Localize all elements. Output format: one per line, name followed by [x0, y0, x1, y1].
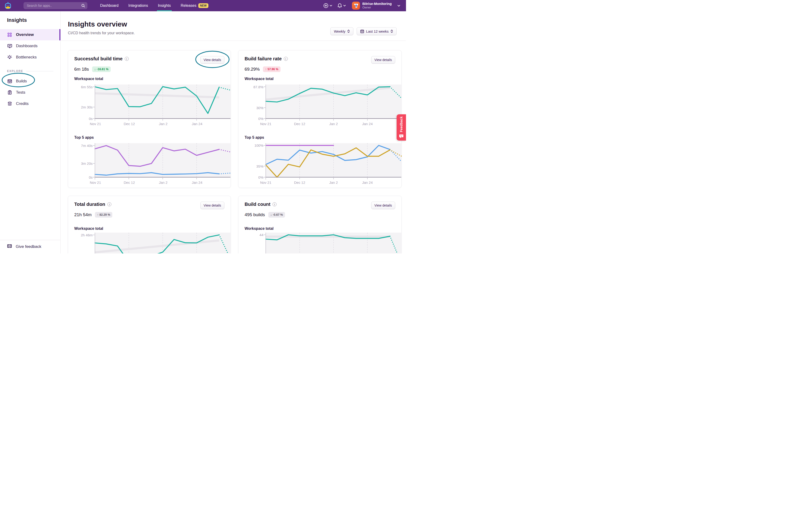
sidebar-item-label: Tests: [16, 90, 26, 95]
nav-tab-dashboard[interactable]: Dashboard: [100, 0, 118, 11]
y-axis-tick-label: 3m 20s: [81, 162, 93, 165]
bell-icon: [338, 3, 342, 8]
main-content: Insights overview CI/CD health trends fo…: [61, 11, 406, 253]
section-label: Workspace total: [74, 227, 231, 231]
section-label: Workspace total: [245, 77, 401, 81]
app-search: [23, 2, 87, 9]
info-icon[interactable]: i: [107, 202, 111, 206]
sidebar-item-label: Credits: [16, 101, 29, 106]
main-nav: Dashboard Integrations Insights Releases…: [100, 0, 218, 11]
view-details-button[interactable]: View details: [371, 202, 395, 209]
sidebar-item-builds[interactable]: Builds: [0, 75, 60, 87]
topbar-right: Bitrise-Monitoring Owner: [318, 2, 406, 10]
date-range-select[interactable]: Last 12 weeks: [357, 27, 397, 35]
card-title: Build counti: [245, 202, 276, 207]
new-badge: NEW: [198, 3, 208, 8]
workspace-name: Bitrise-Monitoring: [362, 2, 392, 6]
y-axis-tick-label: 0s: [89, 117, 93, 121]
dashboard-monitor-icon: [7, 44, 12, 48]
y-axis-tick-label: 2m 30s: [81, 105, 93, 109]
chart-bfr-workspace[interactable]: [266, 84, 401, 119]
metric-value: 6m 18s: [74, 67, 89, 72]
y-axis-tick-label: 7m 40s: [81, 144, 93, 148]
x-axis-tick-label: Jan 24: [188, 180, 206, 184]
y-axis-labels: 6m 55s2m 30s0s: [68, 84, 95, 119]
x-axis-labels: Nov 21Dec 12Jan 2Jan 24: [239, 179, 401, 186]
nav-tab-insights[interactable]: Insights: [158, 0, 171, 11]
page-title: Insights overview: [68, 20, 406, 28]
workspace-role: Owner: [362, 6, 392, 9]
sidebar-item-tests[interactable]: Tests: [0, 87, 60, 98]
y-axis-tick-label: 87.8%: [253, 85, 263, 89]
give-feedback-button[interactable]: Give feedback: [0, 240, 60, 253]
feedback-tab[interactable]: Feedback: [397, 114, 406, 140]
card-title: Build failure ratei: [245, 56, 288, 61]
y-axis-tick-label: 6m 55s: [81, 85, 93, 89]
chevron-down-icon: [397, 5, 400, 7]
updown-chevron-icon: [347, 30, 350, 33]
notifications-button[interactable]: [338, 3, 346, 8]
y-axis-tick-label: 44: [259, 233, 263, 237]
workspace-avatar: [352, 2, 360, 10]
mail-icon: [7, 244, 12, 249]
card-build-count: Build counti View details 495 builds ↓-0…: [238, 196, 402, 253]
chart-sbt-workspace[interactable]: [95, 84, 231, 119]
sidebar-item-overview[interactable]: Overview: [0, 29, 60, 40]
section-label: Workspace total: [245, 227, 401, 231]
section-label: Top 5 apps: [245, 135, 401, 139]
chart-bfr-top5[interactable]: [266, 143, 401, 177]
chart-dur-workspace[interactable]: [95, 233, 231, 253]
y-axis-labels: 100%35%0%: [239, 143, 266, 177]
explore-section-header: EXPLORE: [7, 69, 53, 73]
chart-sbt-top5[interactable]: [95, 143, 231, 177]
search-icon: [81, 4, 85, 7]
sidebar-title: Insights: [7, 17, 60, 23]
x-axis-tick-label: Nov 21: [257, 180, 275, 184]
x-axis-labels: Nov 21Dec 12Jan 2Jan 24: [239, 120, 401, 127]
y-axis-tick-label: 0%: [258, 117, 263, 121]
y-axis-tick-label: 0%: [258, 175, 263, 179]
bitrise-logo[interactable]: [3, 2, 13, 10]
updown-chevron-icon: [391, 30, 393, 33]
sidebar-item-credits[interactable]: Credits: [0, 98, 60, 109]
info-icon[interactable]: i: [125, 57, 129, 61]
nav-tab-integrations[interactable]: Integrations: [128, 0, 148, 11]
interval-select[interactable]: Weekly: [331, 27, 353, 35]
view-details-button[interactable]: View details: [200, 56, 224, 64]
feedback-tab-label: Feedback: [399, 116, 403, 132]
info-icon[interactable]: i: [272, 202, 276, 206]
add-menu-button[interactable]: [323, 3, 332, 8]
view-details-button[interactable]: View details: [371, 56, 395, 64]
tests-clipboard-icon: [7, 90, 12, 95]
arrow-up-icon: ↑: [265, 68, 266, 71]
x-axis-labels: Nov 21Dec 12Jan 2Jan 24: [68, 179, 231, 186]
arrow-down-icon: ↓: [94, 68, 96, 71]
info-icon[interactable]: i: [284, 57, 288, 61]
sidebar-item-dashboards[interactable]: Dashboards: [0, 40, 60, 52]
metric-value: 21h 54m: [74, 212, 92, 217]
chevron-down-icon: [343, 5, 346, 7]
card-total-duration: Total durationi View details 21h 54m ↑82…: [68, 196, 231, 253]
y-axis-labels: 44150: [239, 233, 266, 253]
nav-tab-releases[interactable]: Releases NEW: [181, 0, 208, 11]
workspace-switcher[interactable]: Bitrise-Monitoring Owner: [352, 2, 400, 10]
x-axis-tick-label: Jan 2: [325, 122, 343, 126]
y-axis-labels: 87.8%30%0%: [239, 84, 266, 119]
sidebar-item-bottlenecks[interactable]: Bottlenecks: [0, 52, 60, 63]
x-axis-tick-label: Jan 24: [359, 180, 376, 184]
y-axis-labels: 7m 40s3m 20s0s: [68, 143, 95, 177]
metric-value: 495 builds: [245, 212, 265, 217]
sidebar-item-label: Bottlenecks: [16, 55, 37, 60]
add-circle-icon: [323, 3, 328, 8]
sidebar: Insights Overview Dashboards Bottlenecks…: [0, 11, 61, 253]
search-input[interactable]: [23, 4, 81, 7]
x-axis-tick-label: Nov 21: [87, 180, 104, 184]
x-axis-tick-label: Dec 12: [291, 122, 308, 126]
delta-badge: ↓-16.61 %: [92, 66, 110, 72]
card-successful-build-time: Successful build timei View details 6m 1…: [68, 50, 231, 188]
view-details-button[interactable]: View details: [200, 202, 224, 209]
sidebar-item-label: Overview: [16, 33, 34, 37]
x-axis-tick-label: Dec 12: [291, 180, 308, 184]
chart-cnt-workspace[interactable]: [266, 233, 401, 253]
section-label: Top 5 apps: [74, 135, 231, 139]
